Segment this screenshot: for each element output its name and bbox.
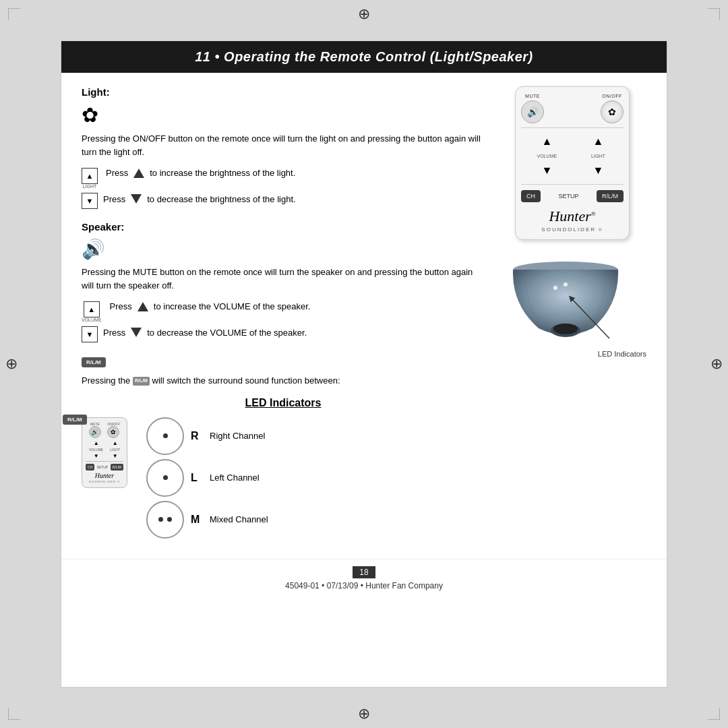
light-increase-row: Press to increase the brightness of the … bbox=[106, 168, 295, 178]
rt-hunter-brand: Hunter bbox=[86, 472, 123, 479]
light-increase-desc: to increase the brightness of the light. bbox=[150, 168, 295, 178]
rlm-inline-badge: R/L/M bbox=[133, 377, 150, 386]
ch-button[interactable]: CH bbox=[521, 190, 541, 202]
rt-setup-btn: SETUP bbox=[97, 465, 109, 469]
m-led-dot-1 bbox=[158, 517, 163, 522]
light-body-text: Pressing the ON/OFF button on the remote… bbox=[82, 132, 485, 158]
remote-top-row: MUTE 🔊 ON/OFF ✿ bbox=[521, 94, 624, 123]
mute-button[interactable]: 🔊 bbox=[521, 100, 544, 123]
triangle-down-icon bbox=[131, 194, 142, 204]
m-channel-desc: Mixed Channel bbox=[210, 514, 268, 524]
m-led-dot-pair bbox=[158, 517, 172, 522]
onoff-cell: ON/OFF ✿ bbox=[601, 94, 624, 123]
soundolider-text: SOUNDOLIDER ® bbox=[521, 226, 624, 233]
rt-top: MUTE 🔊 ON/OFF ✿ bbox=[86, 422, 123, 438]
light-col-label: LIGHT bbox=[591, 154, 605, 158]
light-up-button[interactable]: ▲ bbox=[588, 132, 607, 151]
m-channel-row: M Mixed Channel bbox=[146, 501, 268, 539]
volume-up-btn: ▲ bbox=[84, 301, 100, 317]
rlm-button[interactable]: R/L/M bbox=[597, 190, 624, 202]
corner-mark-bl bbox=[8, 708, 20, 720]
volume-down-button[interactable]: ▼ bbox=[537, 161, 556, 180]
page-footer: 18 45049-01 • 07/13/09 • Hunter Fan Comp… bbox=[61, 559, 667, 597]
led-circles: R Right Channel L Left Channel bbox=[146, 417, 268, 539]
rt-bot: CH SETUP R/L/M bbox=[86, 464, 123, 471]
volume-down-btn: ▼ bbox=[82, 326, 98, 342]
l-channel-label: L bbox=[191, 472, 203, 484]
corner-mark-tl bbox=[8, 8, 20, 20]
l-channel-circle bbox=[146, 459, 184, 497]
led-section: LED Indicators R/L/M MUTE bbox=[82, 397, 485, 539]
m-channel-label: M bbox=[191, 514, 203, 526]
r-channel-row: R Right Channel bbox=[146, 417, 268, 455]
remote-bottom-row: CH SETUP R/L/M bbox=[521, 190, 624, 202]
m-led-dot-2 bbox=[167, 517, 172, 522]
rt-ch-btn: CH bbox=[86, 464, 94, 471]
page-number: 18 bbox=[353, 566, 375, 578]
r-channel-circle bbox=[146, 417, 184, 455]
setup-button[interactable]: SETUP bbox=[558, 193, 578, 200]
sun-icon: ✿ bbox=[82, 103, 485, 127]
remote-graphic: MUTE 🔊 ON/OFF ✿ ▲ VOLUME ▼ bbox=[515, 86, 630, 240]
press-label-3: Press bbox=[110, 301, 132, 311]
r-led-dot bbox=[163, 433, 168, 438]
svg-point-3 bbox=[553, 286, 557, 290]
speaker-body-text: Pressing the MUTE button on the remote o… bbox=[82, 266, 485, 292]
volume-up-button[interactable]: ▲ bbox=[537, 132, 556, 151]
m-channel-circle bbox=[146, 501, 184, 539]
light-decrease-row: Press to decrease the brightness of the … bbox=[103, 194, 296, 204]
speaker-icon: 🔊 bbox=[82, 238, 485, 260]
corner-mark-tr bbox=[708, 8, 720, 20]
l-channel-desc: Left Channel bbox=[210, 473, 260, 483]
volume-col-label: VOLUME bbox=[537, 154, 557, 158]
remote-mid-row: ▲ VOLUME ▼ ▲ LIGHT ▼ bbox=[521, 132, 624, 180]
onoff-button[interactable]: ✿ bbox=[601, 100, 624, 123]
rt-mid: ▲ VOLUME ▼ ▲ LIGHT ▼ bbox=[86, 440, 123, 459]
light-label: LIGHT bbox=[83, 184, 97, 189]
volume-increase-desc: to increase the VOLUME of the speaker. bbox=[154, 301, 311, 311]
crosshair-right: ⊕ bbox=[710, 355, 723, 373]
speaker-section-title: Speaker: bbox=[82, 221, 485, 233]
led-title: LED Indicators bbox=[82, 397, 485, 409]
light-down-button[interactable]: ▼ bbox=[588, 161, 607, 180]
rt-divider bbox=[86, 461, 123, 462]
r-channel-label: R bbox=[191, 430, 203, 442]
footer-text: 45049-01 • 07/13/09 • Hunter Fan Company bbox=[68, 581, 660, 590]
right-column: MUTE 🔊 ON/OFF ✿ ▲ VOLUME ▼ bbox=[498, 86, 646, 539]
fixture-container: LED Indicators bbox=[498, 251, 646, 358]
rt-soundolider: SOUNDOLIDER ® bbox=[86, 480, 123, 483]
rt-onoff-btn: ✿ bbox=[107, 426, 119, 438]
svg-point-4 bbox=[564, 282, 568, 286]
volume-label: VOLUME bbox=[82, 317, 102, 322]
rt-onoff-cell: ON/OFF ✿ bbox=[107, 422, 120, 438]
triangle-up-icon bbox=[133, 169, 144, 178]
press-label-2: Press bbox=[103, 194, 125, 204]
svg-point-2 bbox=[553, 324, 578, 334]
remote-divider-1 bbox=[521, 127, 624, 128]
rt-vol-col: ▲ VOLUME ▼ bbox=[89, 440, 103, 459]
crosshair-left: ⊕ bbox=[5, 355, 18, 373]
l-channel-row: L Left Channel bbox=[146, 459, 268, 497]
corner-mark-br bbox=[708, 708, 720, 720]
rt-mute-cell: MUTE 🔊 bbox=[89, 422, 101, 438]
light-down-btn: ▼ bbox=[82, 193, 98, 209]
rt-light-col: ▲ LIGHT ▼ bbox=[110, 440, 120, 459]
light-section-title: Light: bbox=[82, 86, 485, 98]
mute-label: MUTE bbox=[525, 94, 540, 98]
volume-decrease-desc: to decrease the VOLUME of the speaker. bbox=[147, 328, 307, 338]
crosshair-bottom: ⊕ bbox=[358, 705, 370, 723]
fixture-svg bbox=[498, 251, 633, 355]
light-decrease-desc: to decrease the brightness of the light. bbox=[147, 194, 295, 204]
mute-cell: MUTE 🔊 bbox=[521, 94, 544, 123]
volume-decrease-row: Press to decrease the VOLUME of the spea… bbox=[103, 328, 307, 338]
press-label-4: Press bbox=[103, 328, 125, 338]
r-channel-desc: Right Channel bbox=[210, 431, 265, 441]
crosshair-top: ⊕ bbox=[358, 5, 370, 23]
hunter-brand: Hunter® bbox=[521, 208, 624, 225]
rt-mute-btn: 🔊 bbox=[89, 426, 101, 438]
left-column: Light: ✿ Pressing the ON/OFF button on t… bbox=[82, 86, 485, 539]
remote-divider-2 bbox=[521, 184, 624, 185]
volume-label-box: ▲ VOLUME bbox=[82, 301, 102, 322]
light-col: ▲ LIGHT ▼ bbox=[588, 132, 607, 180]
rlm-pressing-text: Pressing the R/L/M will switch the surro… bbox=[82, 374, 485, 388]
